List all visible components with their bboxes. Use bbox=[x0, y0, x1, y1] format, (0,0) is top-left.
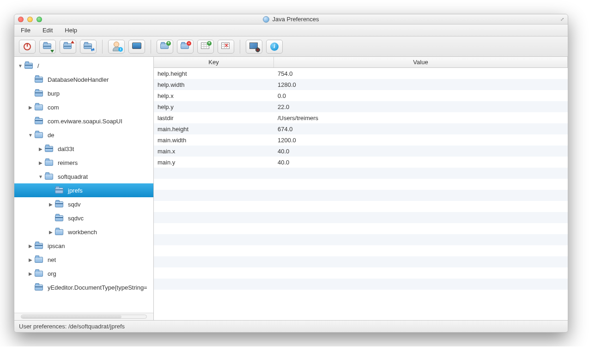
folder-icon bbox=[35, 132, 43, 138]
table-row[interactable]: lastdir/Users/treimers bbox=[154, 112, 568, 123]
cell-value: 1200.0 bbox=[274, 137, 568, 144]
power-button[interactable] bbox=[19, 40, 36, 54]
cell-key: main.height bbox=[154, 126, 274, 133]
tree-item-label: workbench bbox=[68, 229, 97, 236]
swap-button[interactable]: ⇄ bbox=[80, 40, 97, 54]
toolbar-separator bbox=[102, 40, 103, 54]
tree-item[interactable]: ▼/ bbox=[14, 59, 153, 73]
folder-x-icon: × bbox=[181, 42, 190, 51]
table-row[interactable] bbox=[154, 190, 568, 201]
cell-key: help.x bbox=[154, 92, 274, 99]
table-row[interactable]: main.x40.0 bbox=[154, 146, 568, 157]
cell-value: 40.0 bbox=[274, 148, 568, 155]
tree-item[interactable]: yEdeditor.DocumentType{typeString= bbox=[14, 280, 153, 294]
minimize-icon[interactable] bbox=[27, 17, 33, 22]
table-row[interactable]: main.width1200.0 bbox=[154, 134, 568, 146]
zoom-icon[interactable] bbox=[36, 17, 42, 22]
table-row[interactable]: help.y22.0 bbox=[154, 101, 568, 112]
tree-item[interactable]: ▶ipscan bbox=[14, 239, 153, 253]
tree-hscrollbar[interactable] bbox=[14, 313, 153, 320]
menu-help[interactable]: Help bbox=[63, 26, 79, 35]
tree-item[interactable]: DatabaseNodeHandler bbox=[14, 73, 153, 86]
tree-item-label: DatabaseNodeHandler bbox=[48, 76, 109, 83]
table-row[interactable] bbox=[154, 201, 568, 212]
tree-item[interactable]: jprefs bbox=[14, 183, 153, 197]
folder-icon bbox=[35, 104, 43, 110]
tree-item[interactable]: ▼softquadrat bbox=[14, 170, 153, 183]
tree-item[interactable]: ▶sqdv bbox=[14, 197, 153, 211]
chevron-right-icon[interactable]: ▶ bbox=[28, 257, 33, 262]
table-row[interactable] bbox=[154, 234, 568, 245]
table-row[interactable]: help.width1280.0 bbox=[154, 79, 568, 90]
table-row[interactable] bbox=[154, 212, 568, 223]
tree-item[interactable]: ▼de bbox=[14, 128, 153, 142]
tree-item[interactable]: ▶net bbox=[14, 253, 153, 267]
folder-icon bbox=[35, 257, 43, 263]
maximize-icon[interactable]: ⤢ bbox=[560, 17, 564, 22]
traffic-lights bbox=[18, 17, 42, 22]
table-row[interactable] bbox=[154, 279, 568, 290]
tree-item[interactable]: com.eviware.soapui.SoapUI bbox=[14, 114, 153, 128]
import-button[interactable] bbox=[39, 40, 56, 54]
chevron-right-icon[interactable]: ▶ bbox=[28, 243, 33, 249]
tree-item[interactable]: ▶reimers bbox=[14, 156, 153, 170]
info-button[interactable]: i bbox=[266, 40, 283, 54]
new-key-button[interactable]: + bbox=[197, 40, 214, 54]
cell-value: /Users/treimers bbox=[274, 115, 568, 121]
tree-item-label: sqdv bbox=[68, 201, 80, 208]
table-row[interactable] bbox=[154, 267, 568, 279]
delete-key-button[interactable]: × bbox=[218, 40, 234, 54]
window-title: Java Preferences bbox=[14, 14, 568, 24]
menubar: File Edit Help bbox=[14, 24, 568, 36]
chevron-right-icon[interactable]: ▶ bbox=[49, 230, 53, 235]
system-button[interactable] bbox=[128, 40, 145, 54]
user-icon: i bbox=[112, 42, 121, 51]
close-icon[interactable] bbox=[18, 17, 24, 22]
table-row[interactable]: help.height754.0 bbox=[154, 68, 568, 79]
chevron-right-icon[interactable]: ▶ bbox=[38, 160, 43, 165]
chevron-right-icon[interactable]: ▶ bbox=[28, 271, 33, 276]
menu-file[interactable]: File bbox=[19, 26, 32, 35]
table-row[interactable] bbox=[154, 245, 568, 256]
tree[interactable]: ▼/DatabaseNodeHandlerburp▶comcom.eviware… bbox=[14, 57, 153, 313]
tree-item[interactable]: ▶org bbox=[14, 267, 153, 280]
table-row[interactable] bbox=[154, 256, 568, 267]
tree-item[interactable]: burp bbox=[14, 86, 153, 100]
cell-key: main.y bbox=[154, 159, 274, 166]
menu-edit[interactable]: Edit bbox=[41, 26, 55, 35]
folder-icon bbox=[55, 188, 63, 194]
tree-item[interactable]: ▶workbench bbox=[14, 225, 153, 239]
tree-item-label: dal33t bbox=[58, 146, 74, 152]
chevron-down-icon[interactable]: ▼ bbox=[28, 133, 33, 138]
table-body[interactable]: help.height754.0help.width1280.0help.x0.… bbox=[154, 68, 568, 320]
chevron-down-icon[interactable]: ▼ bbox=[38, 174, 43, 179]
cell-value: 40.0 bbox=[274, 159, 568, 166]
table-row[interactable]: help.x0.0 bbox=[154, 90, 568, 101]
tree-item[interactable]: ▶com bbox=[14, 100, 153, 114]
chevron-right-icon[interactable]: ▶ bbox=[38, 146, 43, 152]
settings-button[interactable] bbox=[246, 40, 262, 54]
chevron-right-icon[interactable]: ▶ bbox=[49, 202, 53, 207]
table-row[interactable]: main.height674.0 bbox=[154, 123, 568, 134]
tree-item[interactable]: sqdvc bbox=[14, 211, 153, 225]
table-row[interactable] bbox=[154, 290, 568, 301]
statusbar: User preferences: /de/softquadrat/jprefs bbox=[14, 320, 568, 332]
chevron-down-icon[interactable]: ▼ bbox=[18, 63, 23, 68]
delete-folder-button[interactable]: × bbox=[177, 40, 194, 54]
user-button[interactable]: i bbox=[108, 40, 125, 54]
column-header-value[interactable]: Value bbox=[274, 57, 568, 67]
window-title-text: Java Preferences bbox=[272, 16, 319, 23]
tree-item[interactable]: ▶dal33t bbox=[14, 142, 153, 156]
grid-x-icon: × bbox=[221, 42, 231, 51]
tree-item-label: reimers bbox=[58, 159, 78, 166]
folder-plus-icon: + bbox=[160, 42, 170, 51]
table-row[interactable] bbox=[154, 223, 568, 234]
table-row[interactable] bbox=[154, 168, 568, 179]
chevron-right-icon[interactable]: ▶ bbox=[28, 105, 33, 110]
table-row[interactable] bbox=[154, 179, 568, 190]
export-button[interactable] bbox=[60, 40, 76, 54]
toolbar-separator bbox=[240, 40, 240, 54]
table-row[interactable]: main.y40.0 bbox=[154, 157, 568, 168]
column-header-key[interactable]: Key bbox=[154, 57, 274, 67]
new-folder-button[interactable]: + bbox=[157, 40, 173, 54]
